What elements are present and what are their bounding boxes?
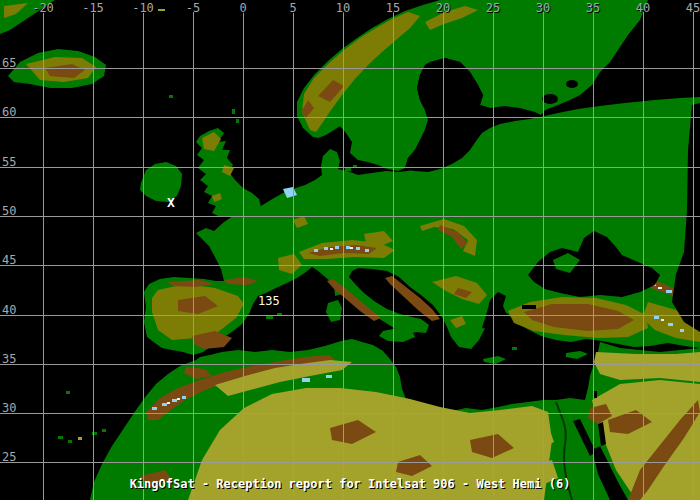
lon-tick-label: -5 <box>186 2 200 14</box>
gridline-vertical <box>493 12 494 500</box>
lon-tick-label: -20 <box>32 2 54 14</box>
lake-onega <box>566 80 578 88</box>
gridline-horizontal <box>0 167 700 168</box>
cyprus <box>566 351 588 359</box>
lon-tick-label: 5 <box>289 2 296 14</box>
gridline-horizontal <box>0 413 700 414</box>
gridline-horizontal <box>0 216 700 217</box>
lat-tick-label: 60 <box>2 106 16 118</box>
dead-sea <box>594 391 597 398</box>
beam-value-label: 135 <box>258 295 280 307</box>
lat-tick-label: 40 <box>2 304 16 316</box>
madeira <box>66 391 70 394</box>
gridline-vertical <box>93 12 94 500</box>
lon-tick-label: 25 <box>486 2 500 14</box>
gridline-vertical <box>693 12 694 500</box>
lon-tick-label: 45 <box>686 2 700 14</box>
lon-tick-label: 35 <box>586 2 600 14</box>
gridline-horizontal <box>0 315 700 316</box>
lat-tick-label: 25 <box>2 451 16 463</box>
gridline-horizontal <box>0 265 700 266</box>
gridline-horizontal <box>0 68 700 69</box>
gridline-vertical <box>193 12 194 500</box>
faroe <box>169 95 173 98</box>
sea-of-marmara <box>522 305 536 309</box>
gridline-vertical <box>443 12 444 500</box>
map-caption: KingOfSat - Reception report for Intelsa… <box>130 477 571 491</box>
lat-tick-label: 65 <box>2 57 16 69</box>
reception-map: -20-15-10-505101520253035404565605550454… <box>0 0 700 500</box>
canary-islands <box>58 436 63 439</box>
gridline-vertical <box>243 12 244 500</box>
gridline-vertical <box>643 12 644 500</box>
lake-ladoga <box>542 94 558 104</box>
lat-tick-label: 45 <box>2 254 16 266</box>
lon-tick-label: 40 <box>636 2 650 14</box>
gridline-vertical <box>593 12 594 500</box>
gridline-vertical <box>343 12 344 500</box>
lon-tick-label: 0 <box>239 2 246 14</box>
gridline-vertical <box>543 12 544 500</box>
gridline-horizontal <box>0 364 700 365</box>
crete <box>483 356 506 364</box>
reception-marker: X <box>167 196 175 209</box>
gridline-vertical <box>293 12 294 500</box>
gridline-vertical <box>143 12 144 500</box>
ireland <box>140 162 182 202</box>
lat-tick-label: 50 <box>2 205 16 217</box>
lon-tick-label: -10 <box>132 2 154 14</box>
lon-tick-label: 10 <box>336 2 350 14</box>
terrain-map-image <box>0 0 700 500</box>
lon-tick-label: 30 <box>536 2 550 14</box>
gridline-horizontal <box>0 117 700 118</box>
lon-tick-label: 15 <box>386 2 400 14</box>
shetland <box>232 109 235 114</box>
lon-tick-label: 20 <box>436 2 450 14</box>
lat-tick-label: 55 <box>2 156 16 168</box>
lat-tick-label: 30 <box>2 402 16 414</box>
gridline-vertical <box>393 12 394 500</box>
sardinia <box>326 300 342 322</box>
lat-tick-label: 35 <box>2 353 16 365</box>
gridline-horizontal <box>0 462 700 463</box>
map-artifact <box>158 9 165 11</box>
lon-tick-label: -15 <box>82 2 104 14</box>
gridline-vertical <box>43 12 44 500</box>
